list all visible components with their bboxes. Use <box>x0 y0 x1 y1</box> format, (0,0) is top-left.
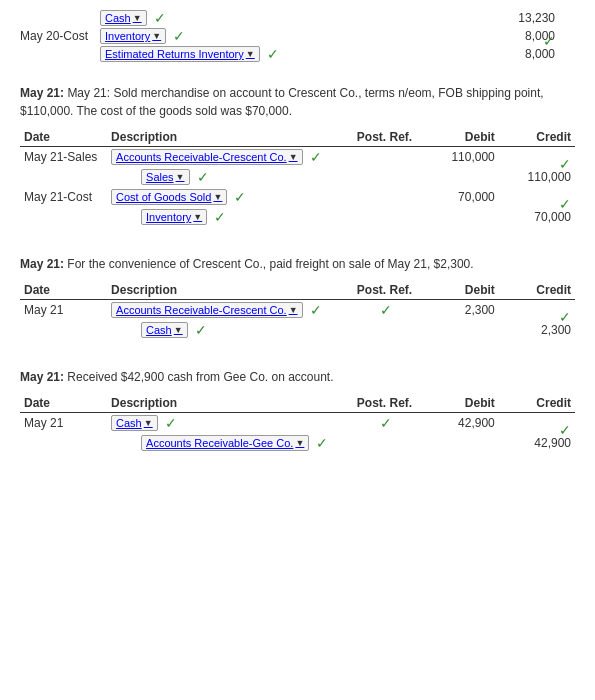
row5-date: May 21 <box>20 300 107 321</box>
cash-label: Cash <box>105 12 131 24</box>
row3-postref <box>346 187 422 207</box>
col-date3: Date <box>20 394 107 413</box>
inventory2-dropdown[interactable]: Inventory ▼ <box>141 209 207 225</box>
row2-date <box>20 167 107 187</box>
may20-date: May 20-Cost <box>20 29 100 43</box>
cash2-dropdown[interactable]: Cash ▼ <box>141 322 188 338</box>
row8-date <box>20 433 107 453</box>
est-returns-label: Estimated Returns Inventory <box>105 48 244 60</box>
ar-crescent2-dropdown[interactable]: Accounts Receivable-Crescent Co. ▼ <box>111 302 303 318</box>
col-desc2: Description <box>107 281 346 300</box>
inventory-amount: 8,000 <box>185 29 555 43</box>
section3-table: Date Description Post. Ref. Debit Credit… <box>20 394 575 453</box>
row1-date: May 21-Sales <box>20 147 107 168</box>
cash2-credit-check: ✓ <box>559 309 571 325</box>
row4-date <box>20 207 107 227</box>
table-row: Accounts Receivable-Gee Co. ▼ ✓ ✓ 42,900 <box>20 433 575 453</box>
table-row: May 21 Accounts Receivable-Crescent Co. … <box>20 300 575 321</box>
table-row: Sales ▼ ✓ ✓ 110,000 <box>20 167 575 187</box>
inventory-dropdown-arrow: ▼ <box>152 31 161 41</box>
section3: May 21: Received $42,900 cash from Gee C… <box>20 368 575 453</box>
row2-debit <box>423 167 499 187</box>
ar-gee-dropdown[interactable]: Accounts Receivable-Gee Co. ▼ <box>141 435 309 451</box>
ar-crescent-dropdown[interactable]: Accounts Receivable-Crescent Co. ▼ <box>111 149 303 165</box>
ar-crescent-check: ✓ <box>310 149 322 165</box>
est-returns-amount: 8,000 <box>279 47 555 61</box>
inventory-credit-check: ✓ <box>559 196 571 212</box>
section3-narrative: May 21: Received $42,900 cash from Gee C… <box>20 368 575 386</box>
ar-crescent2-label: Accounts Receivable-Crescent Co. <box>116 304 287 316</box>
inventory-label: Inventory <box>105 30 150 42</box>
col-desc3: Description <box>107 394 346 413</box>
inventory-check: ✓ <box>173 28 185 44</box>
col-debit2: Debit <box>423 281 499 300</box>
row2-credit: ✓ 110,000 <box>499 167 575 187</box>
row1-postref <box>346 147 422 168</box>
est-returns-dropdown[interactable]: Estimated Returns Inventory ▼ <box>100 46 260 62</box>
col-debit: Debit <box>423 128 499 147</box>
row7-desc: Cash ▼ ✓ <box>107 413 346 434</box>
inventory2-label: Inventory <box>146 211 191 223</box>
row6-debit <box>423 320 499 340</box>
cash3-check: ✓ <box>165 415 177 431</box>
col-desc: Description <box>107 128 346 147</box>
row5-postref-check: ✓ <box>380 302 392 318</box>
ar-gee-check: ✓ <box>316 435 328 451</box>
table-row: Cash ▼ ✓ ✓ 2,300 <box>20 320 575 340</box>
row8-debit <box>423 433 499 453</box>
col-postref2: Post. Ref. <box>346 281 422 300</box>
row4-postref <box>346 207 422 227</box>
cash-row: Cash ▼ ✓ <box>100 10 166 26</box>
col-credit3: Credit <box>499 394 575 413</box>
row2-desc: Sales ▼ ✓ <box>107 167 346 187</box>
table-row: May 21 Cash ▼ ✓ ✓ 42,900 <box>20 413 575 434</box>
row5-debit: 2,300 <box>423 300 499 321</box>
cash-check: ✓ <box>154 10 166 26</box>
row3-date: May 21-Cost <box>20 187 107 207</box>
row5-desc: Accounts Receivable-Crescent Co. ▼ ✓ <box>107 300 346 321</box>
cogs-dropdown[interactable]: Cost of Goods Sold ▼ <box>111 189 227 205</box>
inventory-row: Inventory ▼ ✓ <box>100 28 185 44</box>
cash3-dropdown[interactable]: Cash ▼ <box>111 415 158 431</box>
sales-credit-check: ✓ <box>559 156 571 172</box>
row7-debit: 42,900 <box>423 413 499 434</box>
row7-postref-check: ✓ <box>380 415 392 431</box>
row6-postref <box>346 320 422 340</box>
col-debit3: Debit <box>423 394 499 413</box>
row6-desc: Cash ▼ ✓ <box>107 320 346 340</box>
table-row: May 21-Cost Cost of Goods Sold ▼ ✓ 70,00… <box>20 187 575 207</box>
row5-postref: ✓ <box>346 300 422 321</box>
sales-check: ✓ <box>197 169 209 185</box>
section1-narrative: May 21: May 21: Sold merchandise on acco… <box>20 84 575 120</box>
table-row: May 21-Sales Accounts Receivable-Crescen… <box>20 147 575 168</box>
cash2-label: Cash <box>146 324 172 336</box>
col-credit2: Credit <box>499 281 575 300</box>
est-returns-row: Estimated Returns Inventory ▼ ✓ <box>100 46 279 62</box>
est-returns-dropdown-arrow: ▼ <box>246 49 255 59</box>
inventory-dropdown[interactable]: Inventory ▼ <box>100 28 166 44</box>
row1-desc: Accounts Receivable-Crescent Co. ▼ ✓ <box>107 147 346 168</box>
row4-debit <box>423 207 499 227</box>
section2-table: Date Description Post. Ref. Debit Credit… <box>20 281 575 340</box>
section2: May 21: For the convenience of Crescent … <box>20 255 575 340</box>
cash-dropdown-arrow: ▼ <box>133 13 142 23</box>
ar-crescent2-check: ✓ <box>310 302 322 318</box>
cash-dropdown[interactable]: Cash ▼ <box>100 10 147 26</box>
row1-debit: 110,000 <box>423 147 499 168</box>
col-postref3: Post. Ref. <box>346 394 422 413</box>
sales-dropdown[interactable]: Sales ▼ <box>141 169 189 185</box>
row6-date <box>20 320 107 340</box>
cash3-label: Cash <box>116 417 142 429</box>
row6-credit: ✓ 2,300 <box>499 320 575 340</box>
col-date: Date <box>20 128 107 147</box>
est-returns-credit-check: ✓ <box>543 33 555 49</box>
sales-label: Sales <box>146 171 174 183</box>
row2-postref <box>346 167 422 187</box>
table-row: Inventory ▼ ✓ ✓ 70,000 <box>20 207 575 227</box>
section1-table: Date Description Post. Ref. Debit Credit… <box>20 128 575 227</box>
cogs-label: Cost of Goods Sold <box>116 191 211 203</box>
est-returns-check: ✓ <box>267 46 279 62</box>
row4-credit: ✓ 70,000 <box>499 207 575 227</box>
row7-date: May 21 <box>20 413 107 434</box>
row3-debit: 70,000 <box>423 187 499 207</box>
